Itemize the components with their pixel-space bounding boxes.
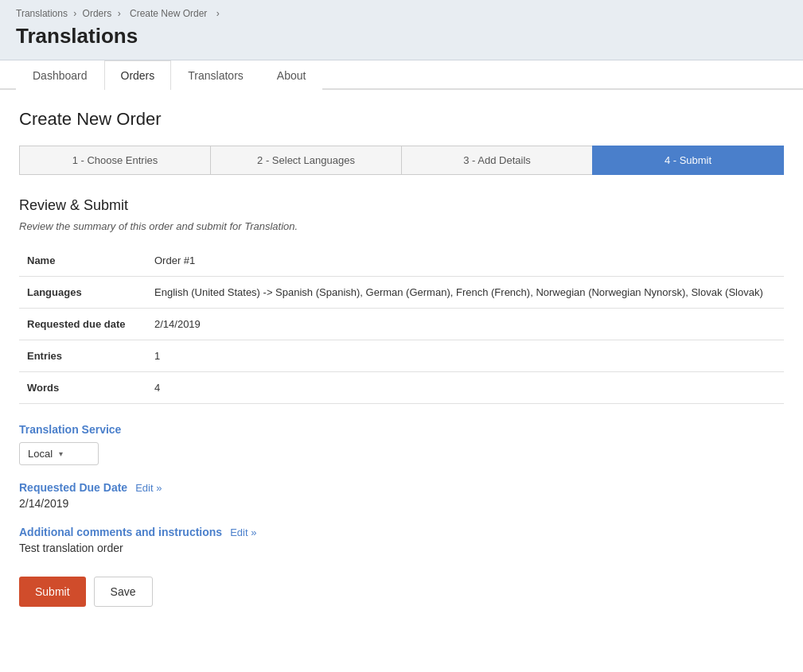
table-row: Languages English (United States) -> Spa… (19, 277, 784, 309)
tab-dashboard[interactable]: Dashboard (16, 60, 104, 90)
due-date-edit-link[interactable]: Edit » (135, 482, 162, 494)
summary-value-due-date: 2/14/2019 (146, 309, 784, 340)
service-select[interactable]: Local ▾ (19, 442, 99, 465)
due-date-header: Requested Due Date Edit » (19, 481, 784, 494)
step-buttons: 1 - Choose Entries 2 - Select Languages … (19, 146, 784, 175)
translation-service-section: Translation Service Local ▾ (19, 423, 784, 465)
table-row: Name Order #1 (19, 245, 784, 277)
summary-label-entries: Entries (19, 340, 146, 372)
main-content: Create New Order 1 - Choose Entries 2 - … (0, 90, 803, 626)
step-1-button[interactable]: 1 - Choose Entries (19, 146, 210, 175)
breadcrumb-current: Create New Order (130, 8, 207, 19)
action-buttons: Submit Save (19, 577, 784, 607)
page-title: Create New Order (19, 109, 784, 130)
chevron-down-icon: ▾ (59, 449, 90, 458)
app-title: Translations (16, 24, 787, 49)
breadcrumb-orders[interactable]: Orders (83, 8, 112, 19)
save-button[interactable]: Save (94, 577, 153, 607)
step-3-button[interactable]: 3 - Add Details (401, 146, 592, 175)
review-subtitle: Review the summary of this order and sub… (19, 220, 784, 232)
summary-label-name: Name (19, 245, 146, 277)
tab-orders[interactable]: Orders (104, 60, 172, 90)
nav-tabs: Dashboard Orders Translators About (0, 60, 803, 90)
table-row: Requested due date 2/14/2019 (19, 309, 784, 340)
submit-button[interactable]: Submit (19, 577, 86, 607)
breadcrumb: Translations › Orders › Create New Order… (16, 8, 787, 19)
summary-label-languages: Languages (19, 277, 146, 309)
review-title: Review & Submit (19, 197, 784, 214)
due-date-section: Requested Due Date Edit » 2/14/2019 (19, 481, 784, 510)
due-date-label: Requested Due Date (19, 481, 127, 494)
service-selected-value: Local (28, 448, 59, 460)
header-bar: Translations › Orders › Create New Order… (0, 0, 803, 60)
summary-value-name: Order #1 (146, 245, 784, 277)
summary-label-due-date: Requested due date (19, 309, 146, 340)
comments-header: Additional comments and instructions Edi… (19, 526, 784, 538)
tab-about[interactable]: About (260, 60, 323, 90)
comments-label: Additional comments and instructions (19, 526, 222, 538)
summary-table: Name Order #1 Languages English (United … (19, 245, 784, 404)
summary-label-words: Words (19, 372, 146, 404)
table-row: Words 4 (19, 372, 784, 404)
summary-value-languages: English (United States) -> Spanish (Span… (146, 277, 784, 309)
summary-value-entries: 1 (146, 340, 784, 372)
breadcrumb-translations[interactable]: Translations (16, 8, 68, 19)
service-label: Translation Service (19, 423, 784, 436)
comments-section: Additional comments and instructions Edi… (19, 526, 784, 554)
summary-value-words: 4 (146, 372, 784, 404)
step-2-button[interactable]: 2 - Select Languages (210, 146, 401, 175)
tab-translators[interactable]: Translators (171, 60, 260, 90)
due-date-value: 2/14/2019 (19, 497, 784, 510)
table-row: Entries 1 (19, 340, 784, 372)
step-4-button[interactable]: 4 - Submit (592, 146, 784, 175)
comments-value: Test translation order (19, 542, 784, 554)
comments-edit-link[interactable]: Edit » (230, 526, 256, 538)
